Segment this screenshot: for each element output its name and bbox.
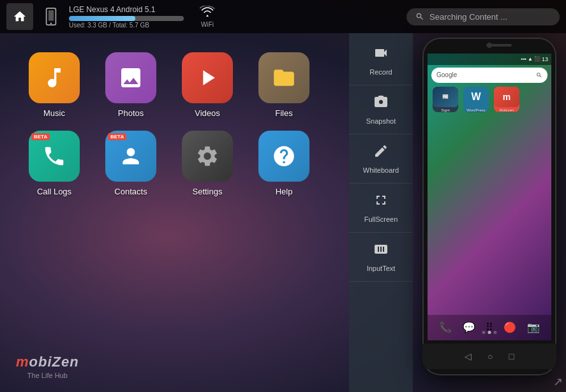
- app-row-1: Music Photos Videos: [26, 52, 324, 118]
- corner-arrow: ↗: [553, 375, 563, 389]
- app-item-settings[interactable]: Settings: [179, 131, 236, 196]
- app-item-videos[interactable]: Videos: [179, 52, 236, 118]
- inputtext-label: InputText: [367, 265, 396, 272]
- videos-label: Videos: [195, 108, 220, 118]
- fullscreen-icon: [373, 192, 389, 212]
- snapshot-icon: [373, 94, 389, 113]
- inputtext-icon: [373, 242, 389, 261]
- mobizen-tagline: The Life Hub: [16, 372, 79, 379]
- record-label: Record: [369, 68, 392, 76]
- phone-app-wordpress-label: WordPress: [466, 108, 486, 112]
- wifi-icon: [200, 6, 215, 20]
- phone-google-bar: Google: [431, 68, 547, 83]
- phone-outer: ▪▪▪ ▲ ⬛ 13 Google: [422, 38, 556, 375]
- phone-app-signt: 📰 Signt: [433, 87, 458, 112]
- phone-app-wordpress: W WordPress: [463, 87, 489, 112]
- topbar-left: LGE Nexus 4 Android 5.1 Used: 3.3 GB / T…: [6, 3, 406, 30]
- phone-recents-btn: □: [509, 351, 514, 361]
- app-item-music[interactable]: Music: [26, 52, 83, 118]
- settings-icon: [182, 131, 233, 182]
- svg-rect-1: [48, 10, 54, 20]
- app-item-files[interactable]: Files: [255, 52, 313, 118]
- device-name: LGE Nexus 4 Android 5.1: [69, 5, 184, 14]
- search-bar[interactable]: [406, 8, 560, 25]
- phone-screen-content: ▪▪▪ ▲ ⬛ 13 Google: [428, 54, 551, 340]
- files-icon: [258, 52, 309, 103]
- phone-app-mobizen: m Mobizen: [494, 87, 519, 112]
- files-label: Files: [275, 108, 292, 118]
- phone-app-signt-label: Signt: [441, 108, 450, 112]
- whiteboard-button[interactable]: Whiteboard: [349, 134, 413, 184]
- phone-back-btn: ◁: [465, 351, 472, 361]
- storage-text: Used: 3.3 GB / Total: 5.7 GB: [69, 22, 184, 29]
- record-icon: [373, 45, 389, 64]
- videos-icon: [182, 52, 233, 103]
- app-item-photos[interactable]: Photos: [102, 52, 160, 118]
- phone-bottom-app-bar: 📞 💬 ⠿ 🔴 📷: [428, 315, 551, 340]
- topbar: LGE Nexus 4 Android 5.1 Used: 3.3 GB / T…: [0, 0, 566, 33]
- mobizen-logo: mobiZen The Life Hub: [16, 354, 79, 379]
- mobizen-logo-text: mobiZen: [16, 354, 79, 370]
- app-row-2: BETA Call Logs BETA Contacts: [26, 131, 324, 196]
- beta-badge-calllogs: BETA: [31, 133, 50, 140]
- help-label: Help: [276, 187, 293, 196]
- app-item-help[interactable]: Help: [255, 131, 313, 196]
- snapshot-button[interactable]: Snapshot: [349, 85, 413, 134]
- whiteboard-label: Whiteboard: [363, 166, 399, 174]
- contacts-icon: BETA: [105, 131, 156, 182]
- wifi-label: WiFi: [201, 21, 214, 28]
- whiteboard-icon: [373, 143, 389, 163]
- phone-home-btn: ○: [488, 351, 493, 361]
- storage-bar-outer: [69, 16, 184, 21]
- photos-label: Photos: [118, 108, 144, 118]
- fullscreen-label: FullScreen: [364, 215, 398, 223]
- side-panel: Record Snapshot Whiteboard: [349, 33, 413, 392]
- calllogs-icon: BETA: [29, 131, 80, 182]
- home-button[interactable]: [6, 3, 33, 30]
- beta-badge-contacts: BETA: [108, 133, 126, 140]
- phone-nav-bar: ◁ ○ □: [422, 344, 556, 369]
- phone-mockup: ▪▪▪ ▲ ⬛ 13 Google: [413, 33, 566, 392]
- inputtext-button[interactable]: InputText: [349, 233, 413, 282]
- music-icon: [29, 52, 80, 103]
- contacts-label: Contacts: [114, 187, 147, 196]
- svg-point-2: [50, 22, 52, 24]
- search-input[interactable]: [429, 12, 544, 22]
- device-info: LGE Nexus 4 Android 5.1 Used: 3.3 GB / T…: [69, 5, 184, 29]
- storage-bar-container: Used: 3.3 GB / Total: 5.7 GB: [69, 16, 184, 29]
- photos-icon: [105, 52, 156, 103]
- phone-apps-grid: 📰 Signt W WordPress m: [433, 87, 519, 112]
- settings-label: Settings: [193, 187, 223, 196]
- phone-screen: ▪▪▪ ▲ ⬛ 13 Google: [428, 54, 551, 340]
- help-icon: [258, 131, 309, 182]
- music-label: Music: [43, 108, 65, 118]
- main-content: Music Photos Videos: [0, 33, 566, 392]
- app-item-calllogs[interactable]: BETA Call Logs: [26, 131, 83, 196]
- google-text: Google: [436, 71, 536, 78]
- phone-status-bar: ▪▪▪ ▲ ⬛ 13: [428, 54, 551, 65]
- app-item-contacts[interactable]: BETA Contacts: [102, 131, 160, 196]
- record-button[interactable]: Record: [349, 36, 413, 85]
- wifi-section: WiFi: [200, 6, 215, 28]
- storage-bar-inner: [69, 16, 135, 21]
- fullscreen-button[interactable]: FullScreen: [349, 184, 413, 233]
- phone-app-mobizen-label: Mobizen: [500, 108, 514, 112]
- app-grid-area: Music Photos Videos: [0, 33, 349, 392]
- phone-status-icons: ▪▪▪ ▲ ⬛ 13: [521, 56, 548, 62]
- device-icon: [40, 3, 63, 30]
- snapshot-label: Snapshot: [366, 117, 396, 125]
- phone-speaker: [486, 44, 512, 47]
- calllogs-label: Call Logs: [37, 187, 71, 196]
